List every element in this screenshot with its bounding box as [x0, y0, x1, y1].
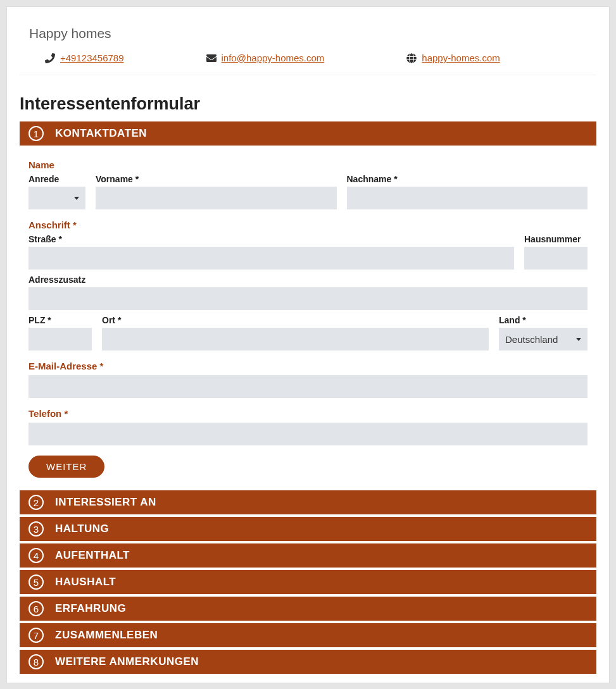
name-heading: Name	[28, 159, 588, 170]
telefon-heading: Telefon *	[28, 408, 588, 419]
section-header-4[interactable]: 4 AUFENTHALT	[20, 543, 596, 568]
land-label: Land *	[499, 315, 588, 325]
page-container: Happy homes +49123456789 info@happy-home…	[6, 6, 610, 683]
vorname-label: Vorname *	[96, 174, 337, 184]
section-label-6: ERFAHRUNG	[55, 602, 126, 615]
section-num-4: 4	[28, 548, 44, 563]
section-label-3: HALTUNG	[55, 523, 109, 535]
field-strasse: Straße *	[28, 234, 514, 270]
next-button[interactable]: WEITER	[28, 456, 104, 478]
section-header-3[interactable]: 3 HALTUNG	[20, 517, 596, 541]
section-header-2[interactable]: 2 INTERESSIERT AN	[20, 490, 596, 514]
section-label-2: INTERESSIERT AN	[55, 496, 156, 509]
vorname-input[interactable]	[96, 187, 337, 209]
website-link[interactable]: happy-homes.com	[422, 53, 500, 63]
strasse-label: Straße *	[28, 234, 514, 244]
section-label-8: WEITERE ANMERKUNGEN	[55, 655, 199, 668]
section-label-4: AUFENTHALT	[55, 549, 130, 562]
anrede-select[interactable]	[28, 187, 85, 209]
adresszusatz-label: Adresszusatz	[28, 275, 588, 285]
adresszusatz-input[interactable]	[28, 287, 588, 310]
nachname-input[interactable]	[347, 187, 588, 209]
hausnummer-label: Hausnummer	[524, 234, 588, 244]
envelope-icon	[206, 53, 217, 63]
ort-input[interactable]	[102, 328, 489, 351]
contact-website: happy-homes.com	[406, 53, 500, 63]
section-header-8[interactable]: 8 WEITERE ANMERKUNGEN	[20, 650, 596, 674]
phone-icon	[45, 53, 55, 63]
field-hausnummer: Hausnummer	[524, 234, 588, 270]
email-input[interactable]	[28, 375, 588, 398]
ort-label: Ort *	[102, 315, 489, 325]
org-name: Happy homes	[29, 26, 596, 41]
section-num-7: 7	[28, 628, 44, 643]
field-vorname: Vorname *	[96, 174, 337, 209]
field-land: Land * Deutschland	[499, 315, 588, 351]
section-num-8: 8	[28, 654, 44, 669]
globe-icon	[406, 53, 417, 63]
plz-input[interactable]	[28, 328, 92, 351]
section-header-6[interactable]: 6 ERFAHRUNG	[20, 597, 596, 621]
plz-label: PLZ *	[28, 315, 92, 325]
section-header-7[interactable]: 7 ZUSAMMENLEBEN	[20, 623, 596, 647]
contact-phone: +49123456789	[45, 53, 124, 63]
field-email	[28, 375, 588, 398]
section-num-1: 1	[28, 126, 44, 141]
hausnummer-input[interactable]	[524, 247, 588, 270]
land-select[interactable]: Deutschland	[499, 328, 588, 351]
section-label-5: HAUSHALT	[55, 576, 116, 588]
telefon-input[interactable]	[28, 423, 588, 445]
form-title: Interessentenformular	[20, 94, 596, 114]
anrede-label: Anrede	[28, 174, 85, 184]
field-plz: PLZ *	[28, 315, 92, 351]
field-nachname: Nachname *	[347, 174, 588, 209]
section-header-5[interactable]: 5 HAUSHALT	[20, 570, 596, 594]
anschrift-heading: Anschrift *	[28, 220, 588, 230]
strasse-input[interactable]	[28, 247, 514, 270]
section-body-1: Name Anrede Vorname * Nachname * Anschri…	[20, 148, 596, 490]
section-header-1[interactable]: 1 KONTAKTDATEN	[20, 121, 596, 146]
section-num-5: 5	[28, 574, 44, 590]
field-anrede: Anrede	[28, 174, 85, 209]
section-label-1: KONTAKTDATEN	[55, 127, 147, 140]
section-label-7: ZUSAMMENLEBEN	[55, 629, 158, 642]
field-ort: Ort *	[102, 315, 489, 351]
caret-down-icon	[576, 338, 581, 341]
email-heading: E-Mail-Adresse *	[28, 361, 588, 371]
section-num-3: 3	[28, 521, 44, 537]
section-num-2: 2	[28, 495, 44, 510]
phone-link[interactable]: +49123456789	[60, 53, 124, 63]
nachname-label: Nachname *	[347, 174, 588, 184]
contact-email: info@happy-homes.com	[206, 53, 325, 63]
email-link[interactable]: info@happy-homes.com	[222, 53, 325, 63]
contact-row: +49123456789 info@happy-homes.com happy-…	[20, 53, 596, 75]
caret-down-icon	[74, 197, 79, 200]
field-adresszusatz: Adresszusatz	[28, 275, 588, 310]
section-num-6: 6	[28, 601, 44, 616]
field-telefon	[28, 423, 588, 445]
land-value: Deutschland	[505, 334, 558, 345]
